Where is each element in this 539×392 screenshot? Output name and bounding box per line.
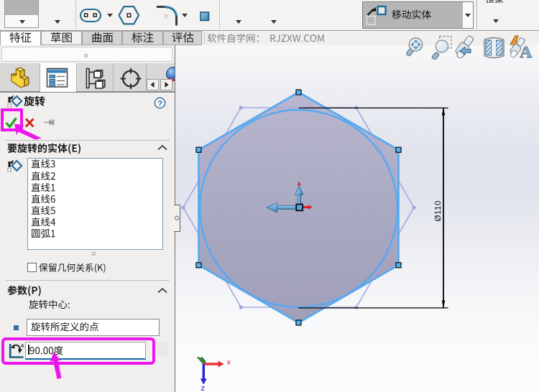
svg-text:A: A (21, 342, 25, 349)
svg-text:?: ? (157, 99, 162, 108)
svg-text:Ø110: Ø110 (433, 200, 442, 221)
svg-text:x: x (227, 358, 231, 366)
svg-text:z: z (201, 383, 206, 392)
